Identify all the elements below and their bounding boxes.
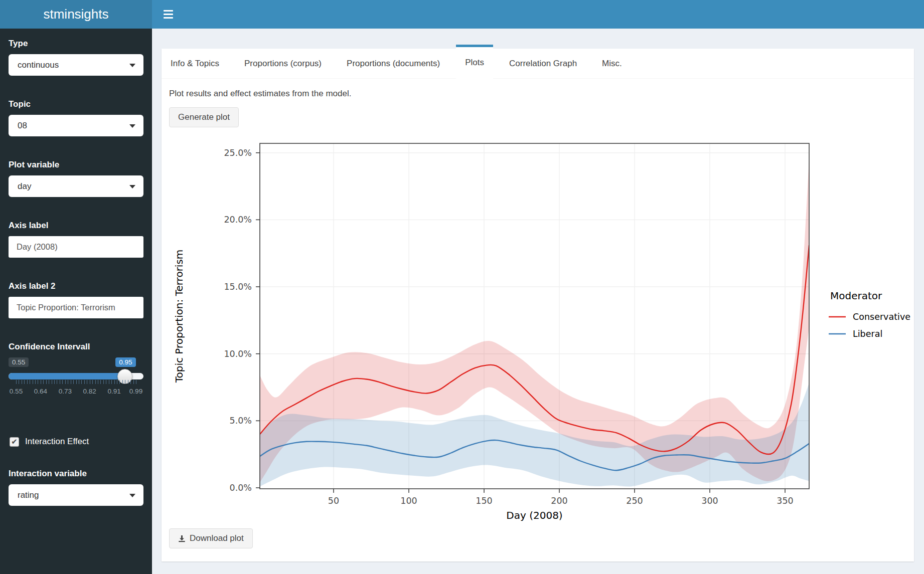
chevron-down-icon xyxy=(129,64,135,67)
confidence-interval-label: Confidence Intervall xyxy=(9,342,143,352)
sidebar: Type continuous Topic 08 Plot variable d… xyxy=(0,29,152,574)
svg-text:200: 200 xyxy=(551,496,567,506)
effect-plot: 0.0%5.0%10.0%15.0%20.0%25.0%501001502002… xyxy=(171,120,923,521)
svg-text:Topic Proportion: Terrorism: Topic Proportion: Terrorism xyxy=(173,250,185,384)
interaction-variable-select-value: rating xyxy=(18,490,39,500)
plot-variable-select-value: day xyxy=(18,181,31,191)
effect-plot-svg: 0.0%5.0%10.0%15.0%20.0%25.0%501001502002… xyxy=(171,120,923,521)
svg-text:50: 50 xyxy=(328,496,339,506)
axis-label-label: Axis label xyxy=(9,221,143,231)
tab-description: Plot results and effect estimates from t… xyxy=(169,89,906,99)
tab-correlation-graph[interactable]: Correlation Graph xyxy=(500,49,586,78)
chevron-down-icon xyxy=(129,494,135,497)
axis-label2-input[interactable] xyxy=(9,297,143,318)
svg-text:20.0%: 20.0% xyxy=(224,215,252,225)
sidebar-toggle-button[interactable] xyxy=(156,0,180,29)
type-select[interactable]: continuous xyxy=(9,54,143,76)
svg-text:Liberal: Liberal xyxy=(853,329,882,339)
hamburger-icon xyxy=(164,10,173,12)
slider-ticks xyxy=(9,380,143,385)
top-navbar xyxy=(152,0,924,29)
axis-label-input[interactable] xyxy=(9,236,143,258)
interaction-effect-checkbox[interactable]: ✔ xyxy=(10,437,19,447)
download-icon xyxy=(178,535,186,542)
svg-text:Conservative: Conservative xyxy=(853,312,910,322)
svg-text:100: 100 xyxy=(400,496,417,506)
svg-text:15.0%: 15.0% xyxy=(224,282,252,292)
field-type: Type continuous xyxy=(9,39,143,76)
svg-text:25.0%: 25.0% xyxy=(224,148,252,158)
interaction-variable-select[interactable]: rating xyxy=(9,484,143,506)
tab-proportions-documents[interactable]: Proportions (documents) xyxy=(338,49,449,78)
field-axis-label2: Axis label 2 xyxy=(9,281,143,318)
field-confidence-interval: Confidence Intervall 0.55 0.95 0.550.640… xyxy=(9,342,143,408)
topic-select[interactable]: 08 xyxy=(9,115,143,136)
type-select-value: continuous xyxy=(18,60,59,70)
svg-text:5.0%: 5.0% xyxy=(230,416,252,426)
tab-info-topics[interactable]: Info & Topics xyxy=(162,49,228,78)
svg-text:150: 150 xyxy=(476,496,492,506)
tab-bar: Info & TopicsProportions (corpus)Proport… xyxy=(162,49,914,79)
chevron-down-icon xyxy=(129,124,135,128)
download-plot-button[interactable]: Download plot xyxy=(169,528,253,548)
svg-text:250: 250 xyxy=(626,496,643,506)
field-axis-label: Axis label xyxy=(9,221,143,258)
field-plot-variable: Plot variable day xyxy=(9,160,143,197)
slider-fill xyxy=(9,373,125,379)
svg-text:300: 300 xyxy=(701,496,718,506)
plot-variable-select[interactable]: day xyxy=(9,175,143,197)
type-label: Type xyxy=(9,39,143,49)
confidence-interval-slider[interactable]: 0.55 0.95 0.550.640.730.820.910.99 xyxy=(9,357,143,408)
svg-text:0.0%: 0.0% xyxy=(230,483,252,493)
slider-tick-labels: 0.550.640.730.820.910.99 xyxy=(9,388,143,396)
svg-text:10.0%: 10.0% xyxy=(224,349,252,359)
interaction-effect-label: Interaction Effect xyxy=(25,437,89,447)
svg-text:Day (2008): Day (2008) xyxy=(506,509,562,521)
download-plot-label: Download plot xyxy=(190,533,244,543)
interaction-variable-label: Interaction variable xyxy=(9,469,143,479)
topic-select-value: 08 xyxy=(18,121,27,130)
tab-card: Info & TopicsProportions (corpus)Proport… xyxy=(162,49,914,561)
field-interaction-variable: Interaction variable rating xyxy=(9,469,143,506)
field-topic: Topic 08 xyxy=(9,99,143,136)
svg-text:Moderator: Moderator xyxy=(830,290,882,302)
tab-plots[interactable]: Plots xyxy=(456,45,493,79)
interaction-effect-checkbox-row[interactable]: ✔ Interaction Effect xyxy=(10,437,143,447)
axis-label2-label: Axis label 2 xyxy=(9,281,143,291)
chevron-down-icon xyxy=(129,185,135,188)
topic-label: Topic xyxy=(9,99,143,109)
plot-variable-label: Plot variable xyxy=(9,160,143,170)
app-logo[interactable]: stminsights xyxy=(0,0,152,29)
svg-text:350: 350 xyxy=(777,496,793,506)
tab-misc[interactable]: Misc. xyxy=(593,49,631,78)
slider-value-badge: 0.95 xyxy=(115,357,135,367)
tab-proportions-corpus[interactable]: Proportions (corpus) xyxy=(235,49,331,78)
slider-min-badge: 0.55 xyxy=(9,357,29,367)
